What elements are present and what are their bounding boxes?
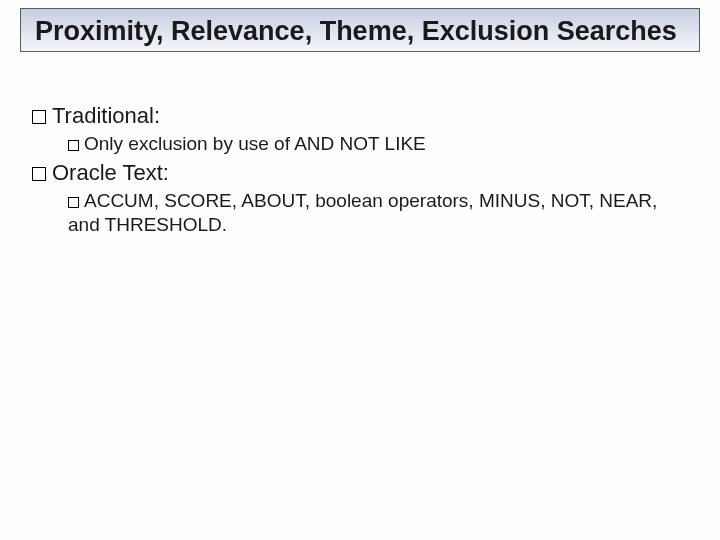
square-bullet-icon xyxy=(68,140,79,151)
slide-title: Proximity, Relevance, Theme, Exclusion S… xyxy=(35,15,685,47)
bullet-label: Oracle Text: xyxy=(52,160,169,185)
body-content: Traditional: Only exclusion by use of AN… xyxy=(32,100,692,240)
list-item: Only exclusion by use of AND NOT LIKE xyxy=(68,132,692,156)
square-bullet-icon xyxy=(32,110,46,124)
list-item: Traditional: xyxy=(32,102,692,130)
bullet-label: Only exclusion by use of AND NOT LIKE xyxy=(84,133,426,154)
list-item: Oracle Text: xyxy=(32,159,692,187)
slide: Proximity, Relevance, Theme, Exclusion S… xyxy=(0,0,720,540)
bullet-label: Traditional: xyxy=(52,103,160,128)
square-bullet-icon xyxy=(68,197,79,208)
title-box: Proximity, Relevance, Theme, Exclusion S… xyxy=(20,8,700,52)
list-item: ACCUM, SCORE, ABOUT, boolean operators, … xyxy=(68,189,692,237)
square-bullet-icon xyxy=(32,167,46,181)
bullet-label: ACCUM, SCORE, ABOUT, boolean operators, … xyxy=(68,190,657,235)
